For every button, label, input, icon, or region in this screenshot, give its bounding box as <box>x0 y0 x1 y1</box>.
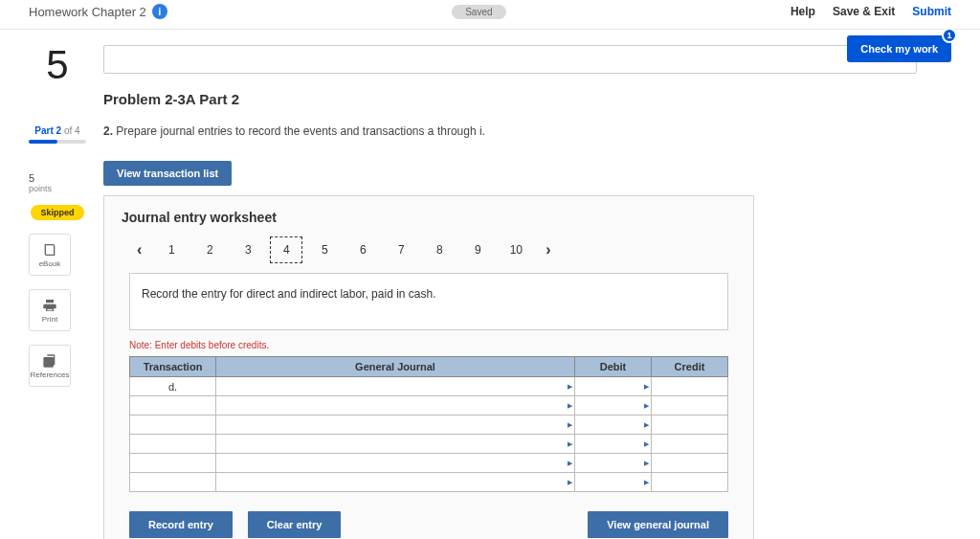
check-my-work-badge: 1 <box>942 28 957 43</box>
cell-transaction[interactable]: d. <box>130 377 216 396</box>
table-row: ▶▶ <box>130 473 728 492</box>
cell-debit[interactable]: ▶ <box>575 473 652 492</box>
worksheet-step-nav: ‹ 12345678910 › <box>129 236 728 263</box>
references-icon <box>42 353 57 369</box>
saved-status-pill: Saved <box>452 5 505 19</box>
clear-entry-button[interactable]: Clear entry <box>248 511 341 538</box>
step-1[interactable]: 1 <box>155 237 188 262</box>
step-6[interactable]: 6 <box>346 237 379 262</box>
left-sidebar: 5 Part 2 of 4 5 points Skipped eBook Pri… <box>29 45 86 539</box>
part-label: Part 2 of 4 <box>29 125 86 136</box>
cell-general-journal[interactable]: ▶ <box>216 473 575 492</box>
cell-credit[interactable] <box>652 396 728 415</box>
problem-instructions: 2. Prepare journal entries to record the… <box>103 124 951 138</box>
question-number: 5 <box>29 45 86 85</box>
top-right-links: Help Save & Exit Submit <box>791 5 951 18</box>
prev-step-arrow[interactable]: ‹ <box>129 237 149 262</box>
step-7[interactable]: 7 <box>385 237 417 262</box>
col-transaction: Transaction <box>130 357 216 377</box>
cell-debit[interactable]: ▶ <box>575 454 652 473</box>
answer-input[interactable] <box>103 45 917 74</box>
next-step-arrow[interactable]: › <box>538 237 558 262</box>
ebook-label: eBook <box>39 259 61 268</box>
assignment-title: Homework Chapter 2 <box>29 5 146 19</box>
ebook-button[interactable]: eBook <box>29 234 71 276</box>
journal-table: Transaction General Journal Debit Credit… <box>129 356 728 492</box>
print-button[interactable]: Print <box>29 289 71 331</box>
cell-credit[interactable] <box>652 473 728 492</box>
cell-credit[interactable] <box>652 435 728 454</box>
step-5[interactable]: 5 <box>308 237 341 262</box>
save-exit-link[interactable]: Save & Exit <box>833 5 895 18</box>
col-debit: Debit <box>575 357 652 377</box>
help-link[interactable]: Help <box>791 5 815 18</box>
cell-general-journal[interactable]: ▶ <box>216 454 575 473</box>
cell-transaction[interactable] <box>130 454 216 473</box>
check-my-work-label: Check my work <box>860 43 938 55</box>
worksheet-button-row: Record entry Clear entry View general jo… <box>129 511 728 538</box>
cell-debit[interactable]: ▶ <box>575 435 652 454</box>
table-row: ▶▶ <box>130 396 728 415</box>
step-2[interactable]: 2 <box>193 237 226 262</box>
print-label: Print <box>42 315 57 324</box>
step-10[interactable]: 10 <box>500 237 532 262</box>
info-icon[interactable]: i <box>152 4 167 19</box>
cell-credit[interactable] <box>652 415 728 435</box>
worksheet-title: Journal entry worksheet <box>122 210 736 225</box>
debits-note: Note: Enter debits before credits. <box>129 340 728 350</box>
cell-general-journal[interactable]: ▶ <box>216 377 575 396</box>
part-progress-bar <box>29 140 86 144</box>
points-block: 5 points <box>29 172 86 193</box>
cell-debit[interactable]: ▶ <box>575 415 652 435</box>
cell-credit[interactable] <box>652 454 728 473</box>
print-icon <box>42 298 57 313</box>
problem-title: Problem 2-3A Part 2 <box>103 91 951 107</box>
cell-general-journal[interactable]: ▶ <box>216 396 575 415</box>
references-label: References <box>31 371 70 379</box>
main-area: Check my work 1 5 Part 2 of 4 5 points S… <box>0 30 980 539</box>
points-value: 5 <box>29 172 86 184</box>
view-general-journal-button[interactable]: View general journal <box>588 511 728 538</box>
table-row: d.▶▶ <box>130 377 728 396</box>
journal-worksheet-panel: Journal entry worksheet ‹ 12345678910 › … <box>103 195 754 539</box>
cell-general-journal[interactable]: ▶ <box>216 415 575 435</box>
submit-link[interactable]: Submit <box>912 5 951 18</box>
table-row: ▶▶ <box>130 415 728 435</box>
entry-description-box: Record the entry for direct and indirect… <box>129 273 728 330</box>
step-4[interactable]: 4 <box>270 236 302 263</box>
cell-transaction[interactable] <box>130 473 216 492</box>
cell-general-journal[interactable]: ▶ <box>216 435 575 454</box>
record-entry-button[interactable]: Record entry <box>129 511 233 538</box>
col-credit: Credit <box>652 357 728 377</box>
step-8[interactable]: 8 <box>423 237 456 262</box>
cell-transaction[interactable] <box>130 415 216 435</box>
col-general-journal: General Journal <box>216 357 575 377</box>
content-column: Problem 2-3A Part 2 2. Prepare journal e… <box>103 45 951 539</box>
skipped-badge: Skipped <box>31 205 83 220</box>
cell-credit[interactable] <box>652 377 728 396</box>
view-transaction-list-button[interactable]: View transaction list <box>103 161 232 186</box>
cell-debit[interactable]: ▶ <box>575 377 652 396</box>
cell-debit[interactable]: ▶ <box>575 396 652 415</box>
cell-transaction[interactable] <box>130 435 216 454</box>
table-row: ▶▶ <box>130 454 728 473</box>
cell-transaction[interactable] <box>130 396 216 415</box>
check-my-work-button[interactable]: Check my work 1 <box>847 35 951 62</box>
step-3[interactable]: 3 <box>232 237 264 262</box>
top-bar: Homework Chapter 2 i Saved Help Save & E… <box>0 0 980 30</box>
table-row: ▶▶ <box>130 435 728 454</box>
book-icon <box>42 242 57 258</box>
references-button[interactable]: References <box>29 345 71 387</box>
step-9[interactable]: 9 <box>461 237 494 262</box>
points-label: points <box>29 184 86 193</box>
